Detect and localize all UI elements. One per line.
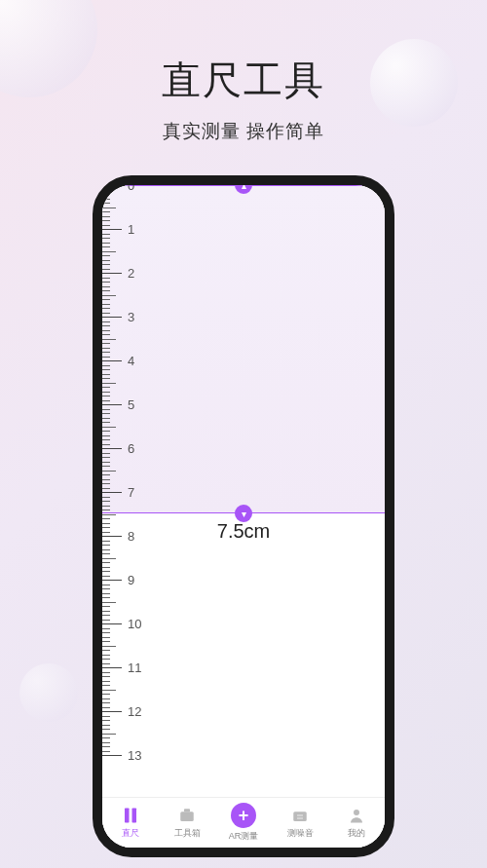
ruler-tick — [102, 383, 116, 384]
ruler-tick-label: 6 — [128, 441, 134, 456]
ruler-tick — [102, 194, 110, 195]
ruler-tick — [102, 439, 110, 440]
ruler-tick — [102, 321, 110, 322]
ruler-tick — [102, 435, 110, 436]
ruler-tick — [102, 737, 110, 738]
ruler-tick — [102, 690, 116, 691]
nav-ruler[interactable]: 直尺 — [102, 798, 159, 848]
ruler-tick — [102, 532, 110, 533]
ruler-tick — [102, 567, 110, 568]
ruler-tick — [102, 755, 122, 756]
ruler-tick — [102, 199, 110, 200]
ruler-tick — [102, 352, 110, 353]
ruler-tick — [102, 676, 110, 677]
ruler-tick-label: 7 — [128, 485, 134, 500]
nav-noise[interactable]: 测噪音 — [272, 798, 328, 848]
ruler-tick — [102, 190, 110, 191]
ruler-tick — [102, 444, 110, 445]
ruler-tick — [102, 707, 110, 708]
header: 直尺工具 真实测量 操作简单 — [0, 0, 487, 144]
svg-rect-3 — [184, 809, 190, 811]
ruler-handle-top[interactable]: ▴ — [235, 176, 252, 194]
ruler-tick — [102, 725, 110, 726]
bottom-nav: 直尺 工具箱 + AR测量 测噪音 — [102, 797, 385, 848]
ruler-tick — [102, 325, 110, 326]
nav-toolbox[interactable]: 工具箱 — [159, 798, 215, 848]
ruler-tick — [102, 663, 110, 664]
ruler-tick — [102, 334, 110, 335]
ruler-tick — [102, 357, 110, 358]
svg-rect-0 — [125, 809, 130, 823]
ruler-tick — [102, 558, 116, 559]
nav-ar[interactable]: + AR测量 — [215, 798, 272, 848]
ruler-tick — [102, 457, 110, 458]
ruler-tick — [102, 225, 110, 226]
ruler-handle-bottom[interactable]: ▾ — [235, 505, 252, 522]
ruler-tick — [102, 299, 110, 300]
ruler-tick — [102, 471, 116, 472]
ruler-tick — [102, 387, 110, 388]
ruler-tick-label: 10 — [128, 617, 141, 631]
ruler-tick — [102, 492, 122, 493]
ruler-tick — [102, 260, 110, 261]
ruler-tick — [102, 392, 110, 393]
ruler-tick — [102, 462, 110, 463]
ruler-tick — [102, 637, 110, 638]
ruler-tick — [102, 211, 110, 212]
ruler-tick — [102, 422, 110, 423]
ruler-tick — [102, 628, 110, 629]
user-icon — [347, 806, 366, 825]
ruler-tick — [102, 711, 122, 712]
ruler-tick — [102, 229, 122, 230]
ruler-icon — [121, 806, 140, 825]
ruler-tick — [102, 541, 110, 542]
ruler-tick — [102, 681, 110, 682]
ruler-tick — [102, 729, 110, 730]
toolbox-icon — [177, 806, 197, 825]
ruler-tick — [102, 672, 110, 673]
ruler-tick — [102, 369, 110, 370]
ruler-tick — [102, 734, 116, 735]
ruler-tick-label: 8 — [128, 529, 134, 544]
ruler-tick-label: 13 — [128, 748, 141, 763]
ruler-tick — [102, 431, 110, 432]
ruler-tick — [102, 427, 116, 428]
svg-rect-2 — [180, 811, 194, 821]
ruler-tick — [102, 606, 110, 607]
ruler-tick — [102, 571, 110, 572]
ruler-tick — [102, 742, 110, 743]
ruler-screen[interactable]: ▴ ▾ 7.5cm 012345678910111213 直尺 工具箱 + AR… — [102, 185, 385, 848]
ruler-tick — [102, 694, 110, 695]
page-subtitle: 真实测量 操作简单 — [0, 119, 487, 144]
ruler-tick-label: 4 — [128, 354, 134, 368]
ruler-tick — [102, 418, 110, 419]
ruler-tick-label: 0 — [128, 178, 134, 193]
ruler-tick — [102, 514, 116, 515]
ruler-tick — [102, 698, 110, 699]
ruler-tick — [102, 343, 110, 344]
ruler-tick — [102, 720, 110, 721]
ruler-tick — [102, 374, 110, 375]
ruler-tick-label: 2 — [128, 266, 134, 281]
ruler-tick — [102, 659, 110, 660]
nav-mine[interactable]: 我的 — [328, 798, 385, 848]
ruler-tick — [102, 264, 110, 265]
nav-label: 直尺 — [122, 827, 139, 840]
ruler-tick — [102, 488, 110, 489]
ruler-tick — [102, 751, 110, 752]
bg-decoration — [19, 663, 78, 722]
ruler-tick — [102, 453, 110, 454]
ruler-tick — [102, 518, 110, 519]
ruler-tick — [102, 313, 110, 314]
ruler-tick — [102, 650, 110, 651]
ruler-tick — [102, 474, 110, 475]
ruler-tick-label: 5 — [128, 397, 134, 412]
ruler-tick — [102, 216, 110, 217]
ruler-tick — [102, 615, 110, 616]
ruler-tick — [102, 497, 110, 498]
ruler-tick — [102, 404, 122, 405]
ruler-tick — [102, 246, 110, 247]
svg-point-5 — [354, 810, 359, 815]
ruler-tick — [102, 549, 110, 550]
ruler-tick — [102, 278, 110, 279]
